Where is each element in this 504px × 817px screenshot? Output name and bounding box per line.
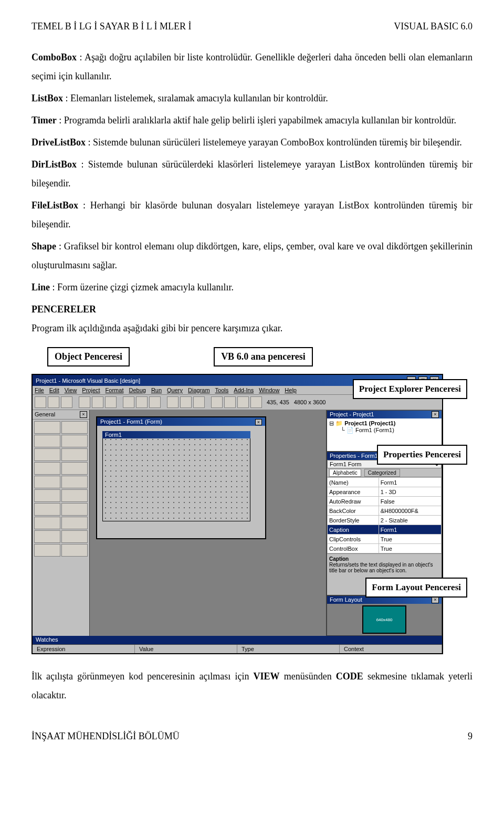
- term: DirListBox: [32, 159, 77, 170]
- toolbar-button[interactable]: [237, 396, 249, 408]
- toolbox-tool[interactable]: [61, 435, 88, 447]
- toolbar-button[interactable]: [92, 396, 103, 408]
- prop-value[interactable]: &H8000000F&: [379, 506, 441, 516]
- form-surface[interactable]: Form1: [102, 431, 250, 521]
- menu-diagram[interactable]: Diagram: [188, 387, 210, 393]
- toolbox-tool[interactable]: [61, 530, 88, 543]
- prop-value[interactable]: Form1: [379, 478, 441, 487]
- prop-name[interactable]: AutoRedraw: [328, 497, 379, 506]
- toolbar-button[interactable]: [35, 396, 46, 408]
- toolbox-tool[interactable]: [34, 435, 60, 447]
- toolbox-tool[interactable]: [34, 421, 60, 434]
- toolbox-tool[interactable]: [34, 489, 60, 502]
- desc: : Programda belirli aralıklarla aktif ha…: [59, 115, 456, 125]
- toolbox-tool[interactable]: [61, 489, 88, 502]
- run-icon[interactable]: [167, 396, 178, 408]
- toolbox-tool[interactable]: [34, 530, 60, 543]
- toolbox-tool[interactable]: [61, 421, 88, 434]
- panel-title: Properties - Form1: [330, 453, 378, 459]
- property-help: Caption Returns/sets the text displayed …: [327, 553, 442, 575]
- toolbox-tool[interactable]: [61, 517, 88, 529]
- menu-add-ins[interactable]: Add-Ins: [234, 387, 254, 393]
- close-icon[interactable]: ×: [80, 411, 87, 418]
- callout-project-explorer: Project Explorer Penceresi: [353, 379, 467, 399]
- page-footer: İNŞAAT MÜHENDİSLİĞİ BÖLÜMÜ 9: [32, 731, 472, 742]
- form-designer-window[interactable]: Project1 - Form1 (Form) × Form1: [96, 416, 266, 539]
- toolbox-tool[interactable]: [61, 462, 88, 475]
- toolbox-tool[interactable]: [61, 448, 88, 461]
- pencereler-intro: Program ilk açıldığında aşağıdaki gibi b…: [32, 319, 472, 338]
- prop-value[interactable]: 1 - 3D: [379, 487, 441, 497]
- term: Timer: [32, 115, 57, 125]
- menu-help[interactable]: Help: [285, 387, 297, 393]
- toolbox-tool[interactable]: [61, 503, 88, 516]
- toolbar-button[interactable]: [250, 396, 262, 408]
- menu-debug[interactable]: Debug: [129, 387, 145, 393]
- term: Shape: [32, 241, 56, 252]
- prop-name[interactable]: Caption: [328, 525, 379, 535]
- term: FileListBox: [32, 200, 78, 211]
- def-listbox: ListBox : Elemanları listelemek, sıralam…: [32, 89, 472, 108]
- tab-alphabetic[interactable]: Alphabetic: [329, 469, 361, 477]
- menu-view[interactable]: View: [65, 387, 77, 393]
- panel-title: Project - Project1: [330, 411, 374, 418]
- def-line: Line : Form üzerine çizgi çizmek amacıyl…: [32, 278, 472, 297]
- toolbar-button[interactable]: [224, 396, 236, 408]
- prop-name[interactable]: BackColor: [328, 506, 379, 516]
- toolbar-button[interactable]: [61, 396, 72, 408]
- toolbox-tool[interactable]: [34, 503, 60, 516]
- toolbox-tool[interactable]: [61, 476, 88, 488]
- menu-window[interactable]: Window: [259, 387, 279, 393]
- toolbox-tool[interactable]: [34, 517, 60, 529]
- toolbox-panel: General ×: [33, 410, 90, 636]
- def-filelistbox: FileListBox : Herhangi bir klasörde bulu…: [32, 196, 472, 234]
- toolbar-button[interactable]: [105, 396, 117, 408]
- toolbox-tool[interactable]: [34, 476, 60, 488]
- menu-run[interactable]: Run: [151, 387, 162, 393]
- prop-name[interactable]: Appearance: [328, 487, 379, 497]
- toolbar-button[interactable]: [123, 396, 134, 408]
- toolbar-button[interactable]: [149, 396, 161, 408]
- watch-col-context: Context: [340, 645, 442, 653]
- prop-name[interactable]: ClipControls: [328, 535, 379, 544]
- prop-name[interactable]: ControlBox: [328, 544, 379, 553]
- form-window-title: Project1 - Form1 (Form): [100, 418, 162, 425]
- properties-table[interactable]: (Name)Form1Appearance1 - 3DAutoRedrawFal…: [327, 477, 442, 553]
- page-header: TEMEL B İ LG İ SAYAR B İ L İ MLER İ VISU…: [32, 21, 472, 32]
- callout-form-layout: Form Layout Penceresi: [365, 578, 467, 598]
- menu-query[interactable]: Query: [167, 387, 183, 393]
- prop-name[interactable]: BorderStyle: [328, 516, 379, 525]
- toolbar-button[interactable]: [48, 396, 59, 408]
- toolbar-button[interactable]: [211, 396, 223, 408]
- prop-value[interactable]: True: [379, 544, 441, 553]
- close-icon[interactable]: ×: [432, 411, 439, 418]
- menu-edit[interactable]: Edit: [49, 387, 59, 393]
- menu-tools[interactable]: Tools: [215, 387, 229, 393]
- size-display: 4800 x 3600: [294, 399, 326, 405]
- def-drivelistbox: DriveListBox : Sistemde bulunan sürücüle…: [32, 133, 472, 152]
- toolbar-button[interactable]: [136, 396, 148, 408]
- toolbar-button[interactable]: [79, 396, 90, 408]
- toolbox-tool[interactable]: [61, 544, 88, 557]
- panel-title: Form Layout: [330, 596, 362, 603]
- toolbox-tool[interactable]: [34, 462, 60, 475]
- close-icon[interactable]: ×: [255, 419, 262, 425]
- toolbox-tool[interactable]: [34, 544, 60, 557]
- menu-format[interactable]: Format: [106, 387, 124, 393]
- toolbox-tool[interactable]: [34, 448, 60, 461]
- prop-name[interactable]: (Name): [328, 478, 379, 487]
- callout-main-window: VB 6.0 ana penceresi: [214, 347, 313, 366]
- menu-project[interactable]: Project: [82, 387, 100, 393]
- stop-icon[interactable]: [193, 396, 205, 408]
- prop-value[interactable]: 2 - Sizable: [379, 516, 441, 525]
- properties-panel: Properties - Form1 × Form1 Form Alphabet…: [327, 452, 442, 595]
- prop-value[interactable]: True: [379, 535, 441, 544]
- tab-categorized[interactable]: Categorized: [364, 469, 400, 477]
- menu-file[interactable]: File: [35, 387, 44, 393]
- desc: : Form üzerine çizgi çizmek amacıyla kul…: [52, 282, 234, 292]
- form-layout-preview[interactable]: 640x480: [362, 605, 406, 634]
- prop-value[interactable]: Form1: [379, 525, 441, 535]
- pause-icon[interactable]: [180, 396, 192, 408]
- prop-value[interactable]: False: [379, 497, 441, 506]
- desc: : Sistemde bulunan sürücülerdeki klasörl…: [32, 159, 472, 188]
